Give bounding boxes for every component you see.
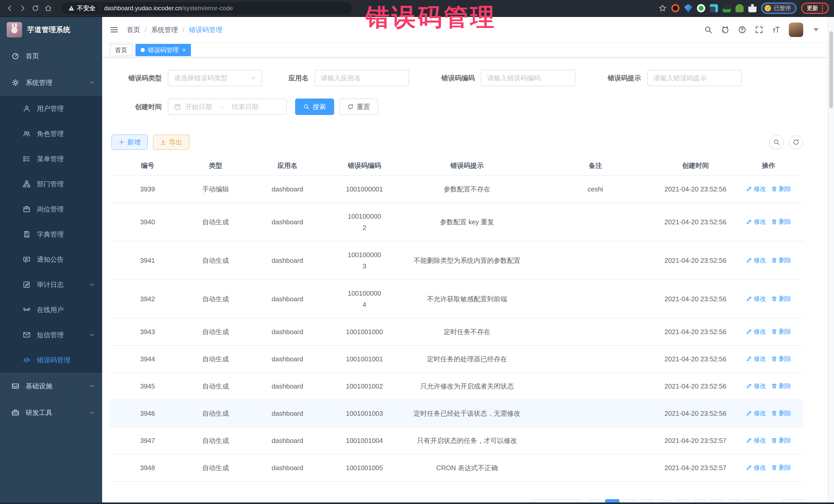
edit-link[interactable]: 修改: [746, 408, 766, 418]
delete-link[interactable]: 删除: [771, 381, 791, 391]
page-size-select[interactable]: 10条/页: [534, 499, 579, 502]
app-name-input[interactable]: [321, 74, 403, 82]
edit-link[interactable]: 修改: [746, 255, 766, 265]
address-bar[interactable]: 不安全 dashboard.yudao.iocoder.cn/system/er…: [62, 2, 352, 14]
sidebar-item-dept[interactable]: 部门管理: [0, 171, 102, 197]
breadcrumb-item[interactable]: 系统管理: [151, 25, 178, 35]
date-range-picker[interactable]: 开始日期 - 结束日期: [168, 98, 287, 115]
fullscreen-icon[interactable]: [755, 26, 763, 34]
help-icon[interactable]: [738, 26, 746, 34]
user-avatar[interactable]: [789, 23, 803, 37]
refresh-table-button[interactable]: [789, 135, 803, 149]
delete-link[interactable]: 删除: [771, 436, 791, 445]
role-icon: [23, 130, 31, 137]
delete-link[interactable]: 删除: [771, 327, 791, 336]
caret-down-icon[interactable]: [812, 26, 820, 34]
delete-link[interactable]: 删除: [771, 354, 791, 364]
error-hint-input[interactable]: [653, 74, 736, 82]
gear-icon: [11, 79, 20, 86]
close-icon[interactable]: ×: [182, 47, 186, 53]
browser-scrollbar[interactable]: [828, 17, 834, 502]
extension-puzzle-icon[interactable]: [748, 4, 756, 12]
prev-page-button[interactable]: [588, 499, 602, 502]
edit-link[interactable]: 修改: [746, 327, 766, 336]
sidebar-item-gear[interactable]: 系统管理: [0, 69, 102, 96]
reload-icon[interactable]: [31, 4, 40, 13]
delete-link[interactable]: 删除: [771, 408, 791, 418]
sidebar-item-sms[interactable]: 短信管理: [0, 322, 102, 348]
delete-link[interactable]: 删除: [771, 217, 791, 226]
not-secure-warning[interactable]: 不安全: [68, 4, 95, 12]
page-button[interactable]: 1: [605, 499, 619, 502]
home-icon[interactable]: [44, 4, 53, 13]
next-page-button[interactable]: [745, 499, 759, 502]
reset-button[interactable]: 重置: [339, 98, 378, 115]
extension-icon[interactable]: [697, 4, 705, 12]
sidebar-item-role[interactable]: 角色管理: [0, 121, 102, 146]
edit-link[interactable]: 修改: [746, 294, 766, 304]
tag-home[interactable]: 首页: [110, 44, 132, 56]
edit-link[interactable]: 修改: [746, 381, 766, 391]
sidebar-item-dashboard[interactable]: 首页: [0, 43, 102, 69]
sidebar-item-menu[interactable]: 菜单管理: [0, 146, 102, 171]
delete-link[interactable]: 删除: [771, 294, 791, 304]
sidebar-item-online[interactable]: 在线用户: [0, 297, 102, 322]
hamburger-icon[interactable]: [110, 25, 118, 34]
export-button[interactable]: 导出: [153, 134, 190, 150]
page-button[interactable]: 8: [727, 499, 742, 502]
page-button[interactable]: 6: [692, 499, 707, 502]
edit-link[interactable]: 修改: [746, 217, 766, 226]
delete-link[interactable]: 删除: [771, 255, 791, 265]
bookmark-star-icon[interactable]: [658, 4, 667, 12]
breadcrumb-item[interactable]: 首页: [127, 25, 140, 35]
app-title: 芋道管理系统: [27, 25, 70, 35]
header-actions: [704, 23, 820, 37]
font-size-icon[interactable]: [772, 26, 780, 34]
forward-icon[interactable]: [18, 4, 27, 13]
error-code-input[interactable]: [487, 74, 569, 82]
profile-chip[interactable]: 已暂停: [761, 3, 796, 14]
sidebar-item-label: 字典管理: [37, 230, 64, 239]
sidebar-item-user[interactable]: 用户管理: [0, 96, 102, 121]
extension-icon[interactable]: [671, 4, 680, 12]
edit-link[interactable]: 修改: [746, 354, 766, 364]
extension-icon[interactable]: [710, 4, 718, 12]
edit-link[interactable]: 修改: [746, 184, 766, 194]
delete-link[interactable]: 删除: [771, 184, 791, 194]
error-type-select[interactable]: 请选择错误码类型: [168, 70, 262, 86]
column-header: 类型: [185, 156, 246, 176]
back-icon[interactable]: [5, 4, 14, 13]
add-button[interactable]: 新增: [111, 134, 148, 150]
search-icon[interactable]: [704, 26, 712, 34]
github-icon[interactable]: [721, 26, 729, 34]
sidebar-item-dict[interactable]: 字典管理: [0, 222, 102, 247]
trash-icon: [771, 219, 777, 225]
sidebar-item-infra[interactable]: 基础设施: [0, 373, 102, 399]
page-button[interactable]: 2: [622, 499, 637, 502]
extension-icon[interactable]: [736, 4, 744, 12]
extension-icon[interactable]: [723, 4, 731, 12]
delete-link[interactable]: 删除: [771, 463, 791, 473]
page-button[interactable]: 3: [640, 499, 654, 502]
sidebar-item-tool[interactable]: 研发工具: [0, 399, 102, 426]
page-button[interactable]: 4: [657, 499, 672, 502]
column-header: 错误码提示: [400, 156, 534, 176]
sidebar-item-audit[interactable]: 审计日志: [0, 272, 102, 297]
goto-page-input[interactable]: [783, 499, 803, 502]
edit-link[interactable]: 修改: [746, 436, 766, 445]
table-row: 3948自动生成dashboard1001001005CRON 表达式不正确20…: [110, 454, 803, 481]
toggle-search-button[interactable]: [769, 135, 784, 149]
tag-error-code[interactable]: 错误码管理 ×: [135, 44, 191, 56]
sidebar-item-post[interactable]: 岗位管理: [0, 197, 102, 222]
menu-kebab-icon[interactable]: [822, 5, 823, 12]
page-button[interactable]: 5: [675, 499, 689, 502]
edit-link[interactable]: 修改: [746, 463, 766, 473]
browser-update-button[interactable]: 更新: [801, 3, 829, 14]
search-button[interactable]: 搜索: [295, 98, 334, 115]
sidebar-item-notice[interactable]: 通知公告: [0, 247, 102, 272]
scrollbar-thumb[interactable]: [829, 31, 833, 108]
extension-icon[interactable]: [684, 4, 692, 12]
sidebar-item-code[interactable]: 错误码管理: [0, 348, 102, 373]
trash-icon: [771, 356, 777, 362]
page-button[interactable]: •••: [710, 499, 724, 502]
